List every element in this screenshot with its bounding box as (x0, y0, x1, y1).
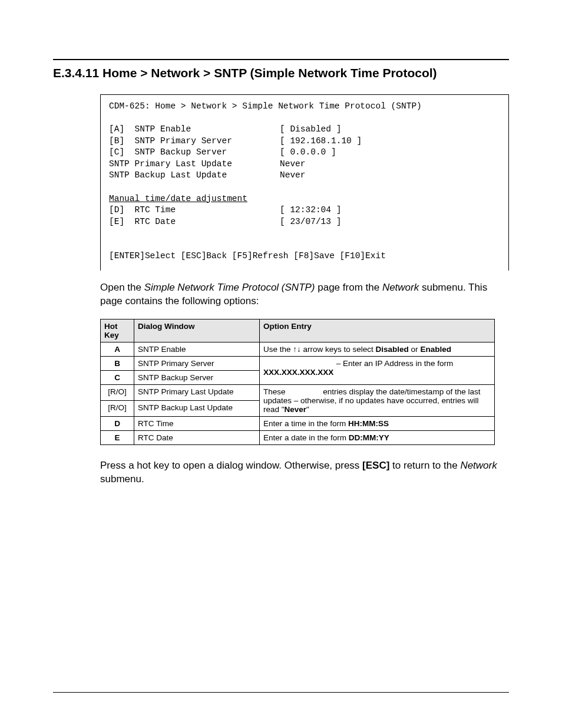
section-number: E.3.4.11 (53, 66, 99, 80)
term-row-a: [A] SNTP Enable[ Disabled ] (109, 124, 341, 134)
table-row: B SNTP Primary Server – Enter an IP Addr… (101, 356, 495, 370)
th-option: Option Entry (260, 319, 495, 342)
outro-paragraph: Press a hot key to open a dialog window.… (100, 459, 509, 486)
hotkey-c: C (101, 370, 134, 384)
hotkey-ro1: [R/O] (101, 384, 134, 400)
table-row: [R/O] SNTP Primary Last Update These ent… (101, 384, 495, 400)
option-ro: These entries display the date/timestamp… (260, 384, 495, 416)
table-header-row: Hot Key Dialog Window Option Entry (101, 319, 495, 342)
bottom-rule (53, 692, 509, 693)
option-a: Use the ↑↓ arrow keys to select Disabled… (260, 342, 495, 356)
table-row: D RTC Time Enter a time in the form HH:M… (101, 416, 495, 430)
term-row-e: [E] RTC Date[ 23/07/13 ] (109, 217, 341, 226)
page: E.3.4.11 Home > Network > SNTP (Simple N… (0, 0, 562, 728)
th-hotkey: Hot Key (101, 319, 134, 342)
dialog-e: RTC Date (134, 430, 260, 444)
table-row: A SNTP Enable Use the ↑↓ arrow keys to s… (101, 342, 495, 356)
dialog-d: RTC Time (134, 416, 260, 430)
term-row-prim: SNTP Primary Last UpdateNever (109, 159, 306, 169)
terminal-footer: [ENTER]Select [ESC]Back [F5]Refresh [F8]… (109, 251, 386, 261)
terminal-screen: CDM-625: Home > Network > Simple Network… (100, 94, 509, 271)
hotkey-ro2: [R/O] (101, 400, 134, 416)
option-bc: – Enter an IP Address in the form XXX.XX… (260, 356, 495, 384)
hotkey-a: A (101, 342, 134, 356)
term-manual-heading: Manual time/date adjustment (109, 194, 247, 203)
table-row: E RTC Date Enter a date in the form DD:M… (101, 430, 495, 444)
intro-paragraph: Open the Simple Network Time Protocol (S… (100, 281, 509, 308)
dialog-b: SNTP Primary Server (134, 356, 260, 370)
hotkey-d: D (101, 416, 134, 430)
th-dialog: Dialog Window (134, 319, 260, 342)
term-row-d: [D] RTC Time[ 12:32:04 ] (109, 205, 341, 215)
dialog-ro2: SNTP Backup Last Update (134, 400, 260, 416)
section-title-text: Home > Network > SNTP (Simple Network Ti… (103, 66, 437, 80)
option-d: Enter a time in the form HH:MM:SS (260, 416, 495, 430)
hotkey-b: B (101, 356, 134, 370)
section-heading: E.3.4.11 Home > Network > SNTP (Simple N… (53, 66, 509, 80)
term-row-c: [C] SNTP Backup Server[ 0.0.0.0 ] (109, 147, 336, 157)
dialog-a: SNTP Enable (134, 342, 260, 356)
term-row-back: SNTP Backup Last UpdateNever (109, 170, 306, 180)
options-table: Hot Key Dialog Window Option Entry A SNT… (100, 319, 495, 445)
top-rule (53, 59, 509, 60)
dialog-ro1: SNTP Primary Last Update (134, 384, 260, 400)
term-row-b: [B] SNTP Primary Server[ 192.168.1.10 ] (109, 136, 362, 146)
terminal-header: CDM-625: Home > Network > Simple Network… (109, 101, 422, 111)
option-e: Enter a date in the form DD:MM:YY (260, 430, 495, 444)
hotkey-e: E (101, 430, 134, 444)
dialog-c: SNTP Backup Server (134, 370, 260, 384)
